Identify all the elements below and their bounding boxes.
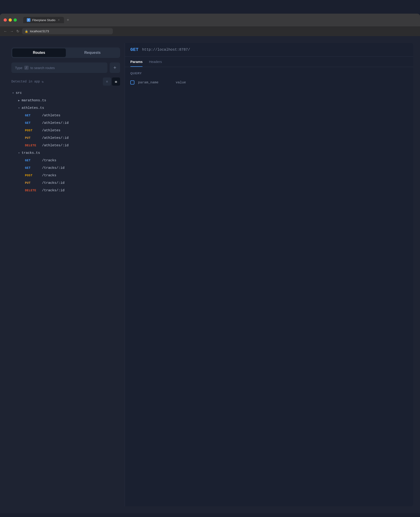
request-tabs: Params Headers xyxy=(125,57,413,67)
method-badge: GET xyxy=(25,114,38,117)
route-item[interactable]: GET /athletes/:id xyxy=(11,119,120,127)
route-path: /tracks xyxy=(42,159,56,162)
request-method: GET xyxy=(130,47,138,52)
method-badge: GET xyxy=(25,166,38,170)
detail-view-button[interactable]: ≣ xyxy=(112,77,120,86)
tree-file-athletes[interactable]: ▾ athletes.ts xyxy=(11,104,120,112)
route-item[interactable]: DELETE /tracks/:id xyxy=(11,187,120,194)
browser-titlebar: F Fiberplane Studio × + xyxy=(0,14,420,26)
tab-requests[interactable]: Requests xyxy=(66,48,120,57)
tree-file-marathons[interactable]: ▶ marathons.ts xyxy=(11,97,120,104)
route-item[interactable]: POST /athletes xyxy=(11,127,120,134)
route-path: /tracks xyxy=(42,174,56,177)
tree-filename-tracks: tracks.ts xyxy=(22,151,40,155)
route-item[interactable]: PUT /tracks/:id xyxy=(11,179,120,187)
traffic-lights xyxy=(4,18,17,22)
app-container: Routes Requests Type / to search routes … xyxy=(0,36,420,513)
method-badge: GET xyxy=(25,159,38,162)
right-panel: GET http://localhost:8787/ Params Header… xyxy=(125,43,413,506)
query-label: QUERY xyxy=(130,72,408,75)
tab-params[interactable]: Params xyxy=(130,57,142,67)
route-item[interactable]: GET /athletes xyxy=(11,112,120,119)
route-path: /athletes/:id xyxy=(42,136,68,140)
search-suffix: to search routes xyxy=(30,66,55,70)
method-badge: GET xyxy=(25,121,38,125)
left-panel: Routes Requests Type / to search routes … xyxy=(7,43,125,506)
request-header: GET http://localhost:8787/ xyxy=(125,43,413,57)
chevron-down-icon-athletes: ▾ xyxy=(18,106,20,110)
browser-window: F Fiberplane Studio × + ← → ↻ 🔒 localhos… xyxy=(0,14,420,513)
close-traffic-light[interactable] xyxy=(4,18,7,22)
param-value[interactable]: value xyxy=(176,81,186,84)
route-item[interactable]: GET /tracks/:id xyxy=(11,164,120,172)
chevron-down-icon: ▾ xyxy=(12,91,14,95)
refresh-button[interactable]: ↻ xyxy=(16,29,19,33)
method-badge: DELETE xyxy=(25,189,38,192)
list-view-button[interactable]: ≡ xyxy=(103,77,111,86)
route-item[interactable]: DELETE /athletes/:id xyxy=(11,142,120,149)
method-badge: PUT xyxy=(25,181,38,185)
fiberplane-icon: F xyxy=(27,18,30,22)
tree-file-tracks[interactable]: ▾ tracks.ts xyxy=(11,149,120,157)
minimize-traffic-light[interactable] xyxy=(9,18,12,22)
tab-bar: F Fiberplane Studio × + xyxy=(23,17,71,23)
request-url: http://localhost:8787/ xyxy=(142,48,190,52)
list-icon: ≡ xyxy=(106,80,108,83)
route-path: /tracks/:id xyxy=(42,189,64,192)
route-path: /athletes xyxy=(42,114,60,117)
tree-folder-src[interactable]: ▾ src xyxy=(11,89,120,97)
method-badge: PUT xyxy=(25,136,38,140)
tree-filename-athletes: athletes.ts xyxy=(22,106,44,110)
tree-root-src: ▾ src ▶ marathons.ts ▾ athletes.ts xyxy=(11,89,120,194)
param-row: param_name value xyxy=(130,79,408,86)
search-box[interactable]: Type / to search routes xyxy=(11,62,107,73)
add-route-button[interactable]: + xyxy=(110,62,120,73)
browser-tab-active[interactable]: F Fiberplane Studio × xyxy=(23,17,64,23)
refresh-detected-icon[interactable]: ↻ xyxy=(42,80,44,84)
method-badge: DELETE xyxy=(25,144,38,147)
route-path: /tracks/:id xyxy=(42,166,64,170)
route-item[interactable]: POST /tracks xyxy=(11,172,120,179)
param-name[interactable]: param_name xyxy=(138,81,172,84)
route-tree: ▾ src ▶ marathons.ts ▾ athletes.ts xyxy=(11,89,120,194)
route-item[interactable]: PUT /athletes/:id xyxy=(11,134,120,142)
address-bar-row: ← → ↻ 🔒 localhost:5173 xyxy=(0,26,420,36)
app-inner: Routes Requests Type / to search routes … xyxy=(7,43,413,506)
detail-icon: ≣ xyxy=(115,80,117,83)
forward-button[interactable]: → xyxy=(10,29,14,33)
address-bar[interactable]: 🔒 localhost:5173 xyxy=(22,28,113,34)
maximize-traffic-light[interactable] xyxy=(14,18,17,22)
method-badge: POST xyxy=(25,174,38,177)
panel-tabs: Routes Requests xyxy=(11,47,120,58)
tab-routes[interactable]: Routes xyxy=(12,48,66,57)
chevron-right-icon: ▶ xyxy=(18,99,20,102)
search-slash-key: / xyxy=(24,66,29,70)
lock-icon: 🔒 xyxy=(25,30,28,33)
tab-close-button[interactable]: × xyxy=(57,18,60,22)
tab-headers[interactable]: Headers xyxy=(149,57,162,67)
route-path: /athletes/:id xyxy=(42,144,68,147)
tree-folder-name-src: src xyxy=(16,91,22,95)
view-toggle: ≡ ≣ xyxy=(103,77,120,86)
route-path: /athletes/:id xyxy=(42,121,68,125)
new-tab-button[interactable]: + xyxy=(65,18,71,23)
back-button[interactable]: ← xyxy=(4,29,7,33)
params-section: QUERY param_name value xyxy=(125,67,413,91)
route-item[interactable]: GET /tracks xyxy=(11,157,120,164)
param-checkbox[interactable] xyxy=(130,80,135,84)
route-path: /tracks/:id xyxy=(42,181,64,185)
detected-label: Detected in app ↻ xyxy=(11,80,44,84)
tree-filename-marathons: marathons.ts xyxy=(22,99,46,102)
search-prefix: Type xyxy=(15,66,22,70)
search-row: Type / to search routes + xyxy=(11,62,120,73)
detected-row: Detected in app ↻ ≡ ≣ xyxy=(11,77,120,86)
tab-title: Fiberplane Studio xyxy=(32,18,55,22)
route-path: /athletes xyxy=(42,129,60,132)
chevron-down-icon-tracks: ▾ xyxy=(18,151,20,155)
method-badge: POST xyxy=(25,129,38,132)
address-text: localhost:5173 xyxy=(30,30,49,33)
